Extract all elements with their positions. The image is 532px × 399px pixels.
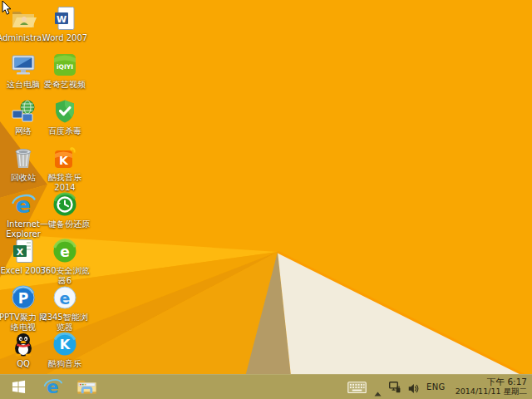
tray-volume-icon-glyph [408,382,419,392]
tray-icons [347,381,419,392]
svg-text:X: X [17,247,24,258]
desktop-icon-kuwo-music-2014[interactable]: K 酷我音乐 2014 [42,145,88,193]
svg-text:e: e [60,289,71,308]
file-explorer-icon [76,377,97,397]
browser-360-icon: e [52,238,78,264]
desktop-icon-iqiyi-video[interactable]: iQIYI爱奇艺视频 [42,52,88,90]
browser-2345-icon: e [52,284,78,311]
network-globe-icon [10,98,37,125]
kuwo-music-icon: K [52,145,78,171]
desktop-icon-word-2007[interactable]: WWord 2007 [42,5,88,43]
pptv-icon: P [10,284,37,311]
desktop-icon-baidu-antivirus[interactable]: 百度杀毒 [42,98,88,136]
desktop-icon-one-key-backup-restore[interactable]: 一键备份还原 [42,191,88,229]
clock-time: 下午 6:17 [456,377,527,387]
windows-logo-icon [12,380,26,394]
tray-network-icon-glyph [389,381,401,392]
qq-penguin-icon [10,331,37,357]
svg-text:W: W [57,14,66,25]
ie-icon: e [42,377,63,397]
desktop-icon-360-safe-browser-6[interactable]: e360安全浏览 器6 [42,238,88,286]
excel-icon: X [10,238,37,264]
tray-network-icon[interactable] [389,381,401,392]
desktop-icon-internet-explorer[interactable]: e Internet Explorer [0,191,47,239]
svg-text:K: K [60,337,71,352]
computer-icon [10,52,37,78]
desktop-icon-kugou-music[interactable]: K酷狗音乐 [42,331,88,369]
touch-keyboard-icon[interactable] [347,381,367,392]
taskbar-clock[interactable]: 下午 6:17 2014/11/11 星期二 [453,377,527,396]
taskbar-explorer-button[interactable] [76,375,97,398]
desktop-icon-grid: Administra... WWord 2007 这台电脑 iQIYI爱奇艺视频… [0,0,532,374]
start-button[interactable] [7,375,29,398]
svg-text:iQIYI: iQIYI [57,63,73,71]
svg-text:K: K [59,154,69,167]
chevron-up-icon[interactable] [374,384,382,389]
clock-date: 2014/11/11 星期二 [456,387,527,396]
word-icon: W [52,5,78,32]
kugou-icon: K [52,331,78,357]
desktop-icon-label: 2345智能浏 览器 [37,313,93,332]
folder-user-icon [10,5,37,32]
taskbar-ie-button[interactable]: e [42,375,63,398]
language-indicator[interactable]: ENG [426,382,446,392]
desktop-icon-label: Word 2007 [37,33,93,43]
chevron-up-icon-glyph [374,384,382,389]
desktop-icon-label: 360安全浏览 器6 [37,266,93,286]
svg-text:P: P [18,290,28,307]
desktop-icon-label: 酷狗音乐 [37,359,93,369]
shield-check-icon [52,98,78,125]
system-tray: ENG 下午 6:17 2014/11/11 星期二 [347,377,532,396]
desktop-icon-label: 酷我音乐 2014 [37,173,93,193]
mouse-cursor [2,1,12,16]
backup-clock-icon [52,191,78,218]
desktop-icon-label: 一键备份还原 [37,219,93,229]
taskbar-buttons: e [0,375,97,398]
taskbar[interactable]: e ENG 下午 6:17 2014/11/11 星期二 [0,374,532,399]
desktop-icon-2345-smart-browser[interactable]: e2345智能浏 览器 [42,284,88,332]
touch-keyboard-icon-glyph [347,381,367,392]
iqiyi-icon: iQIYI [52,52,78,78]
tray-volume-icon[interactable] [408,382,419,392]
windows-desktop-screen: Administra... WWord 2007 这台电脑 iQIYI爱奇艺视频… [0,0,532,399]
desktop-icon-label: 爱奇艺视频 [37,80,93,90]
desktop-icon-label: 百度杀毒 [37,126,93,136]
svg-text:e: e [60,244,70,260]
recycle-bin-icon [10,145,37,171]
ie-icon: e [10,191,37,218]
